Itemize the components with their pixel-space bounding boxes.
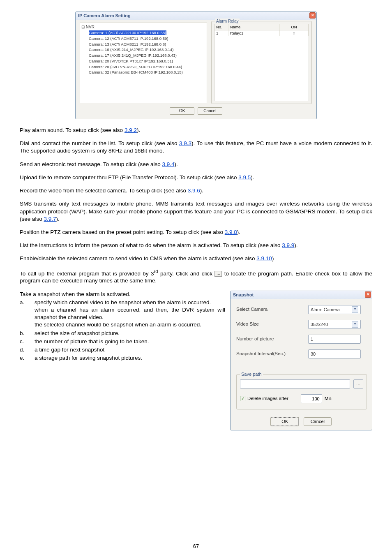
paragraph: Enable/disable the selected camera to se… <box>20 255 372 262</box>
paragraph: Take a snapshot when the alarm is activa… <box>20 291 225 298</box>
link-3-9-2[interactable]: 3.9.2 <box>125 127 137 133</box>
cancel-button[interactable]: Cancel <box>304 417 332 426</box>
cancel-button[interactable]: Cancel <box>198 107 222 115</box>
page-number: 67 <box>0 543 392 550</box>
tree-item-selected[interactable]: Camera: 1 (ACTi ACD2100 IP:192.168.0.58) <box>89 30 166 35</box>
tree-root[interactable]: ⊟ NVR <box>81 24 95 30</box>
select-camera-dropdown[interactable]: Alarm Camera▾ <box>308 305 361 314</box>
alarm-relay-label: Alarm Relay <box>215 18 240 24</box>
link-3-9-4[interactable]: 3.9.4 <box>162 161 174 167</box>
number-picture-label: Number of picture <box>236 336 308 342</box>
paragraph: To call up the external program that is … <box>20 268 372 285</box>
paragraph: Dial and contact the number in the list.… <box>20 140 372 155</box>
list-item: when a channel has an alarm occurred, an… <box>20 306 225 321</box>
link-3-9-7[interactable]: 3.9.7 <box>44 216 56 222</box>
tree-item[interactable]: Camera: 28 (JVC VN-V25U_MJPEG IP:192.168… <box>89 64 183 70</box>
number-picture-input[interactable]: 1 <box>308 335 361 344</box>
th-no: No. <box>214 24 228 30</box>
snapshot-dialog: Snapshot ✕ Select Camera Alarm Camera▾ V… <box>230 291 372 430</box>
tree-item[interactable]: Camera: 12 (ACTi ACM5711 IP:192.168.0.59… <box>89 36 183 42</box>
paragraph: List the instructions to inform the pers… <box>20 242 372 249</box>
list-item: the number of picture that is going to b… <box>35 338 225 345</box>
list-letter: d. <box>20 346 35 354</box>
browse-icon[interactable]: … <box>214 271 222 277</box>
paragraph: Play alarm sound. To setup click (see al… <box>20 127 372 134</box>
snapshot-title: Snapshot ✕ <box>231 291 372 299</box>
alarm-relay-group: Alarm Relay No. Name ON 1 Relay:1 ○ <box>211 21 312 104</box>
link-3-9-6[interactable]: 3.9.6 <box>188 187 200 194</box>
snapshot-interval-input[interactable]: 30 <box>308 349 361 358</box>
paragraph: Send an electronic text message. To setu… <box>20 161 372 168</box>
paragraph: Position the PTZ camera based on the pre… <box>20 229 372 236</box>
close-icon[interactable]: ✕ <box>309 12 316 18</box>
delete-images-value[interactable]: 100 <box>301 394 322 403</box>
paragraph: Upload file to remote computer thru FTP … <box>20 174 372 181</box>
th-name: Name <box>228 24 280 30</box>
save-path-label: Save path <box>240 371 263 377</box>
chevron-down-icon[interactable]: ▾ <box>352 306 358 313</box>
list-item: specify which channel video to be snapsh… <box>35 299 225 306</box>
delete-images-checkbox[interactable]: ✓ <box>240 396 245 401</box>
alarm-relay-table[interactable]: No. Name ON 1 Relay:1 ○ <box>214 24 309 101</box>
ip-camera-alarm-dialog: IP Camera Alarm Setting ✕ ⊟ NVR Camera: … <box>75 12 317 119</box>
ok-button[interactable]: OK <box>170 107 194 115</box>
tree-item[interactable]: Camera: 32 (Panasonic BB-HCM403 IP:192.1… <box>89 69 183 75</box>
chevron-down-icon[interactable]: ▾ <box>352 321 358 328</box>
delete-images-label: Delete images after <box>247 395 288 402</box>
th-on: ON <box>280 24 309 30</box>
list-item: the selected channel would be snapshot w… <box>20 321 225 328</box>
link-3-9-10[interactable]: 3.9.10 <box>256 255 272 261</box>
ok-button[interactable]: OK <box>271 417 299 426</box>
link-3-9-5[interactable]: 3.9.5 <box>238 174 251 180</box>
dialog-title: IP Camera Alarm Setting ✕ <box>76 12 316 20</box>
list-item: select the size of snapshot picture. <box>35 330 225 337</box>
list-letter: a. <box>20 299 35 306</box>
list-item: a time gap for next snapshot <box>35 346 225 354</box>
tree-item[interactable]: Camera: 16 (AXIS 214_MJPEG IP:192.168.0.… <box>89 47 183 53</box>
tree-item[interactable]: Camera: 20 (VIVOTEK PT31x7 IP:192.168.0.… <box>89 58 183 64</box>
tree-item[interactable]: Camera: 17 (AXIS 241Q_MJPEG IP:192.168.0… <box>89 53 183 58</box>
link-3-9-9[interactable]: 3.9.9 <box>282 242 294 248</box>
save-path-group: Save path … ✓ Delete images after 100 MB <box>236 374 367 409</box>
video-size-dropdown[interactable]: 352x240▾ <box>308 320 361 329</box>
delete-images-unit: MB <box>325 395 332 402</box>
paragraph: Record the video from the selected camer… <box>20 187 372 194</box>
tree-item[interactable]: Camera: 13 (ACTi ACM8211 IP:192.168.0.8) <box>89 42 183 47</box>
snapshot-interval-label: Snapshot Interval(Sec.) <box>236 351 308 357</box>
list-letter: e. <box>20 354 35 362</box>
link-3-9-8[interactable]: 3.9.8 <box>225 229 237 235</box>
close-icon[interactable]: ✕ <box>365 291 371 298</box>
list-item: a storage path for saving snapshot pictu… <box>35 354 225 362</box>
list-letter: b. <box>20 330 35 337</box>
link-3-9-3[interactable]: 3.9.3 <box>179 140 191 146</box>
paragraph: SMS transmits only text messages to mobi… <box>20 200 372 223</box>
video-size-label: Video Size <box>236 321 308 328</box>
camera-tree[interactable]: ⊟ NVR Camera: 1 (ACTi ACD2100 IP:192.168… <box>80 23 207 103</box>
table-row[interactable]: 1 Relay:1 ○ <box>214 30 309 36</box>
dialog-title-text: IP Camera Alarm Setting <box>78 13 131 18</box>
browse-button[interactable]: … <box>353 379 363 388</box>
save-path-input[interactable] <box>240 379 350 388</box>
list-letter: c. <box>20 338 35 345</box>
select-camera-label: Select Camera <box>236 306 308 313</box>
